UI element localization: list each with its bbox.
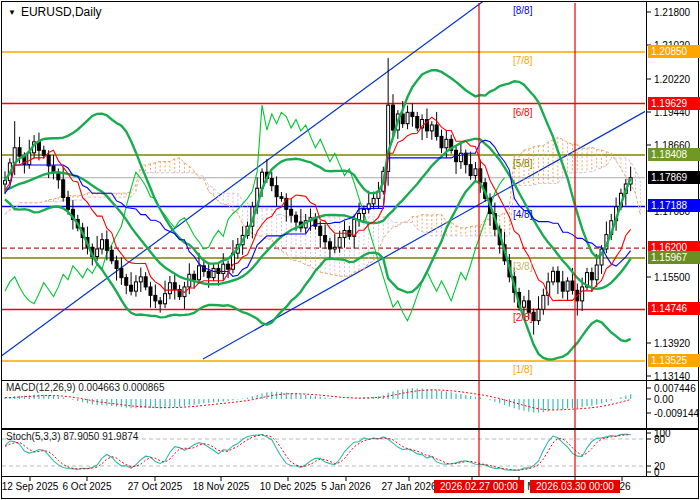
candle-body	[101, 240, 104, 249]
stoch-indicator-label: Stoch(5,3,3) 87.9050 91.9874	[6, 431, 138, 442]
price-tag: 1.19629	[648, 97, 700, 110]
symbol-title[interactable]: ▼EURUSD,Daily	[8, 5, 102, 19]
murrey-level-label: [2/8]	[513, 312, 533, 323]
candle-body	[295, 215, 298, 222]
trend-line[interactable]	[203, 111, 646, 359]
macd-indicator-label: MACD(12,26,9) 0.004663 0.000865	[6, 382, 164, 393]
date-label: 18 Nov 2025	[193, 481, 250, 492]
macd-axis-label: 0.007446	[654, 383, 696, 394]
price-axis-label: 1.20220	[654, 74, 691, 85]
candle-body	[527, 301, 530, 312]
dropdown-arrow-icon[interactable]: ▼	[8, 8, 16, 17]
candle-body	[571, 281, 574, 290]
candle-body	[96, 249, 99, 257]
candle-body	[430, 125, 433, 131]
candle-body	[173, 283, 176, 290]
candle-body	[333, 247, 336, 249]
candle-body	[110, 250, 113, 261]
candle-body	[590, 273, 593, 280]
candle-body	[532, 312, 535, 320]
date-label: 10 Dec 2025	[260, 481, 317, 492]
murrey-level-label: [6/8]	[513, 107, 533, 118]
candle-body	[464, 153, 467, 164]
candle-body	[552, 271, 555, 282]
candle-body	[4, 181, 7, 184]
candle-body	[125, 278, 128, 286]
date-event-tag-label: 2026.02.27 00:00	[440, 481, 518, 492]
murrey-level-label: [3/8]	[513, 261, 533, 272]
candle-body	[319, 226, 322, 235]
candle-body	[537, 309, 540, 320]
candle-body	[406, 112, 409, 123]
murrey-level-label: [7/8]	[513, 55, 533, 66]
candle-body	[338, 238, 341, 248]
price-tag: 1.18408	[648, 148, 700, 161]
candle-body	[42, 150, 45, 155]
symbol-period-label: EURUSD,Daily	[21, 5, 102, 19]
price-tag: 1.13525	[648, 354, 700, 367]
main-pane	[0, 0, 646, 361]
price-axis-label: 1.13140	[654, 371, 691, 382]
murrey-level-label: [4/8]	[513, 209, 533, 220]
candle-body	[159, 301, 162, 304]
candle-body	[115, 261, 118, 269]
candle-body	[445, 139, 448, 147]
date-label: 5 Jan 2026	[321, 481, 371, 492]
chart-window: 1.218001.210201.202201.194401.186601.170…	[0, 0, 700, 500]
candle-body	[28, 153, 31, 165]
date-label: 6 Oct 2025	[63, 481, 112, 492]
candle-body	[198, 266, 201, 280]
price-axis-label: 1.13920	[654, 338, 691, 349]
price-axis-label: 1.15500	[654, 272, 691, 283]
candle-body	[392, 105, 395, 130]
trend-line[interactable]	[0, 0, 489, 357]
candle-body	[474, 169, 477, 176]
candle-body	[207, 271, 210, 277]
candle-body	[217, 268, 220, 273]
candle-body	[130, 285, 133, 291]
price-tag: 1.17188	[648, 199, 700, 212]
candle-body	[193, 274, 196, 279]
candle-body	[62, 180, 65, 198]
candle-body	[372, 198, 375, 203]
candle-body	[290, 209, 293, 215]
candle-body	[324, 235, 327, 241]
candle-body	[556, 271, 559, 282]
candle-body	[212, 268, 215, 277]
candle-body	[469, 165, 472, 176]
bollinger-lower	[5, 181, 631, 360]
candle-body	[139, 277, 142, 282]
tenkan-sen	[5, 117, 631, 301]
candle-body	[120, 268, 123, 277]
macd-axis-label: -0.009144	[654, 408, 699, 419]
candle-body	[144, 277, 147, 287]
murrey-level-label: [8/8]	[513, 5, 533, 16]
date-label: 12 Sep 2025	[2, 481, 59, 492]
candle-body	[542, 295, 545, 309]
candle-body	[411, 112, 414, 116]
candle-body	[343, 230, 346, 237]
candle-body	[154, 295, 157, 300]
stoch-axis-label: 80	[654, 434, 666, 445]
chart-canvas[interactable]: 1.218001.210201.202201.194401.186601.170…	[0, 0, 700, 500]
candle-body	[561, 282, 564, 291]
candle-body	[435, 125, 438, 136]
candle-body	[67, 198, 70, 210]
date-event-tag-label: 2026.03.30 00:00	[536, 481, 614, 492]
candle-body	[227, 264, 230, 269]
candle-body	[275, 186, 278, 197]
candle-body	[595, 265, 598, 280]
candle-body	[440, 136, 443, 147]
date-label: 27 Oct 2025	[128, 481, 183, 492]
candle-body	[168, 283, 171, 294]
candle-body	[416, 117, 419, 128]
date-label: 27 Jan 2026	[381, 481, 436, 492]
candle-body	[358, 214, 361, 220]
price-tag: 1.17869	[648, 171, 700, 184]
candle-body	[328, 242, 331, 249]
price-axis-label: 1.21800	[654, 7, 691, 18]
price-tag: 1.15967	[648, 251, 700, 264]
candle-body	[522, 301, 525, 307]
candle-body	[401, 114, 404, 124]
candle-body	[134, 282, 137, 291]
